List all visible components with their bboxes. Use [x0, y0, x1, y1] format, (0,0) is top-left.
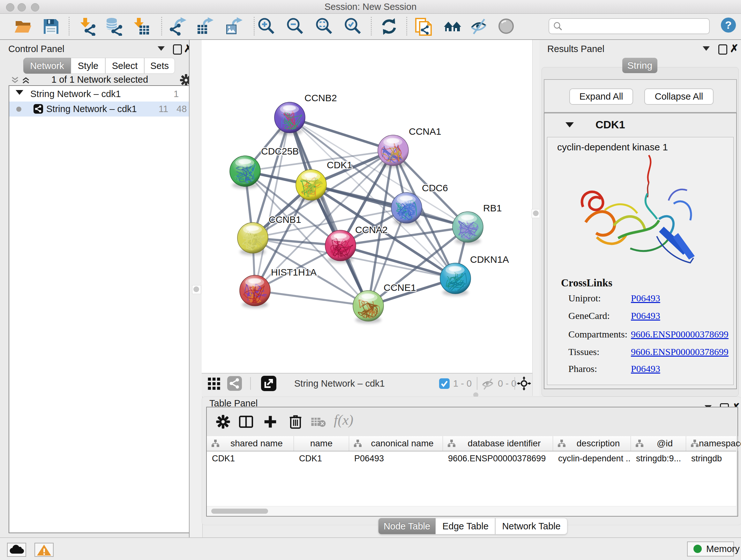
gear-icon[interactable]	[215, 414, 231, 430]
network-edge[interactable]	[290, 118, 368, 306]
float-panel-icon[interactable]	[718, 44, 727, 55]
delete-table-icon[interactable]	[311, 416, 326, 428]
collapse-gene-icon[interactable]	[565, 122, 574, 127]
network-node[interactable]	[453, 212, 483, 242]
network-node[interactable]	[440, 263, 471, 294]
table-cell[interactable]: CDK1	[212, 451, 293, 465]
tab-sets[interactable]: Sets	[144, 58, 175, 74]
add-icon[interactable]	[263, 415, 278, 429]
tab-string[interactable]: String	[622, 58, 657, 73]
import-network-database-icon[interactable]	[105, 17, 123, 36]
zoom-selected-icon[interactable]	[343, 17, 362, 36]
network-edge[interactable]	[255, 291, 368, 306]
network-node[interactable]	[296, 170, 327, 200]
crosslink-link[interactable]: 9606.ENSP00000378699	[631, 329, 729, 340]
refresh-view-icon[interactable]	[380, 17, 398, 36]
zoom-out-icon[interactable]	[286, 17, 304, 36]
preview-icon[interactable]	[497, 17, 516, 36]
delete-icon[interactable]	[288, 414, 302, 429]
toolbar-separator	[69, 17, 70, 36]
crosslink-link[interactable]: 9606.ENSP00000378699	[631, 347, 729, 357]
search-input[interactable]	[549, 18, 710, 34]
network-collection-row[interactable]: String Network – cdk1 1	[9, 87, 190, 102]
cloud-button[interactable]	[7, 543, 26, 557]
tab-edge-table[interactable]: Edge Table	[435, 518, 495, 535]
hidden-eye-icon[interactable]	[481, 377, 495, 391]
zoom-in-icon[interactable]	[257, 17, 275, 36]
tree-expand-icon[interactable]	[16, 90, 23, 95]
tab-node-table[interactable]: Node Table	[378, 518, 435, 535]
network-edge[interactable]	[290, 118, 393, 150]
zoom-fit-icon[interactable]	[315, 17, 333, 36]
collapse-all-button[interactable]: Collapse All	[644, 88, 714, 105]
tab-network-table[interactable]: Network Table	[495, 518, 567, 535]
column-header[interactable]: database identifier	[443, 436, 553, 451]
help-button[interactable]: ?	[721, 17, 736, 33]
table-cell[interactable]: cyclin-dependent ...	[558, 451, 630, 465]
tab-select[interactable]: Select	[105, 58, 144, 74]
network-row-selected[interactable]: String Network – cdk1 11 48	[9, 102, 190, 117]
network-node[interactable]	[238, 223, 268, 253]
expand-all-button[interactable]: Expand All	[569, 88, 633, 105]
float-panel-icon[interactable]	[173, 44, 182, 55]
network-node[interactable]	[378, 135, 408, 166]
export-network-icon[interactable]	[169, 17, 188, 36]
column-header[interactable]: shared name	[207, 436, 294, 451]
selected-checkbox[interactable]	[439, 378, 450, 389]
export-image-icon[interactable]	[225, 17, 244, 36]
table-horizontal-scrollbar[interactable]	[207, 506, 736, 516]
clone-network-icon[interactable]	[414, 17, 433, 36]
column-type-icon	[690, 439, 699, 448]
network-view-canvas[interactable]: CCNB2CCNA1CDC25BCDK1CDC6RB1CCNB1CCNA2CDK…	[202, 40, 532, 373]
crosslink-link[interactable]: P06493	[631, 293, 660, 304]
birds-eye-icon[interactable]	[517, 376, 531, 390]
table-cell[interactable]: stringdb	[691, 451, 738, 465]
memory-button[interactable]: Memory	[687, 542, 734, 557]
home-view-icon[interactable]	[443, 17, 462, 36]
network-node[interactable]	[325, 230, 356, 261]
column-header[interactable]: name	[294, 436, 349, 451]
network-edge[interactable]	[255, 118, 290, 291]
collapse-panel-icon[interactable]	[703, 46, 710, 51]
column-header[interactable]: canonical name	[349, 436, 443, 451]
node-label: CCNE1	[384, 282, 416, 293]
export-table-icon[interactable]	[196, 17, 215, 36]
crosslink-label: Compartments:	[568, 329, 627, 340]
import-table-icon[interactable]	[132, 17, 150, 36]
table-cell[interactable]: CDK1	[299, 451, 348, 465]
column-header[interactable]: namespace	[686, 436, 738, 451]
warning-button[interactable]	[35, 543, 54, 557]
table-cell[interactable]: 9606.ENSP00000378699	[448, 451, 552, 465]
network-view-type-icon[interactable]	[227, 376, 242, 391]
memory-label: Memory	[706, 542, 740, 556]
show-hide-graphics-icon[interactable]	[470, 17, 488, 36]
save-session-icon[interactable]	[42, 17, 60, 36]
grid-view-icon[interactable]	[207, 376, 222, 391]
results-panel-splitter[interactable]	[532, 40, 540, 396]
function-builder-icon[interactable]: f(x)	[334, 412, 353, 428]
tab-style[interactable]: Style	[71, 58, 105, 74]
crosslink-link[interactable]: P06493	[631, 363, 660, 374]
column-type-icon	[354, 439, 362, 448]
table-cell[interactable]: stringdb:9...	[636, 451, 685, 465]
control-panel-splitter[interactable]	[189, 40, 203, 537]
node-label: CDKN1A	[470, 254, 509, 265]
collapse-panel-icon[interactable]	[158, 46, 165, 51]
splitter-grip[interactable]	[192, 285, 201, 294]
column-header[interactable]: description	[553, 436, 631, 451]
crosslink-link[interactable]: P06493	[631, 310, 660, 321]
table-cell[interactable]: P06493	[354, 451, 442, 465]
import-network-file-icon[interactable]	[78, 17, 97, 36]
column-header[interactable]: @id	[631, 436, 686, 451]
network-node[interactable]	[391, 192, 422, 223]
network-node[interactable]	[353, 291, 384, 322]
detach-view-icon[interactable]	[261, 376, 276, 391]
open-session-icon[interactable]	[14, 17, 32, 36]
horizontal-splitter[interactable]	[202, 393, 532, 396]
close-panel-icon[interactable]: ✗	[730, 44, 739, 53]
crosslink-label: Uniprot:	[568, 293, 601, 304]
scrollbar-thumb[interactable]	[211, 509, 268, 514]
gene-title: CDK1	[596, 118, 625, 131]
columns-icon[interactable]	[239, 415, 253, 429]
tab-network[interactable]: Network	[23, 58, 71, 74]
